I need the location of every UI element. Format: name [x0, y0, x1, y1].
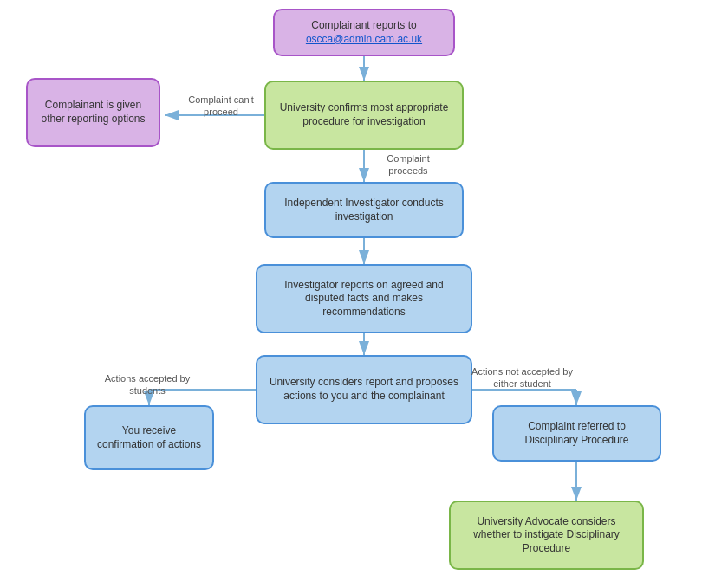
investigator-reports-text: Investigator reports on agreed and dispu…: [264, 279, 464, 320]
email-link[interactable]: oscca@admin.cam.ac.uk: [306, 33, 422, 45]
university-advocate-node: University Advocate considers whether to…: [449, 501, 644, 570]
complaint-proceeds-label: Complaint proceeds: [369, 152, 447, 178]
you-receive-node: You receive confirmation of actions: [84, 405, 214, 470]
you-receive-text: You receive confirmation of actions: [93, 424, 205, 451]
complaint-referred-node: Complaint referred to Disciplinary Proce…: [492, 405, 661, 462]
complainant-reports-node: Complainant reports to oscca@admin.cam.a…: [273, 9, 455, 56]
complainant-reports-text: Complainant reports to: [306, 19, 422, 33]
complaint-referred-text: Complaint referred to Disciplinary Proce…: [501, 420, 653, 447]
actions-accepted-label: Actions accepted by students: [95, 372, 199, 397]
flowchart-diagram: Complainant reports to oscca@admin.cam.a…: [0, 0, 728, 575]
university-confirms-node: University confirms most appropriate pro…: [264, 81, 464, 150]
cant-proceed-label: Complaint can't proceed: [173, 94, 269, 119]
university-confirms-text: University confirms most appropriate pro…: [273, 101, 455, 128]
university-considers-text: University considers report and proposes…: [264, 376, 464, 403]
independent-investigator-node: Independent Investigator conducts invest…: [264, 182, 464, 238]
complainant-other-node: Complainant is given other reporting opt…: [26, 78, 160, 147]
complainant-other-text: Complainant is given other reporting opt…: [35, 99, 152, 126]
university-advocate-text: University Advocate considers whether to…: [458, 515, 635, 556]
actions-not-accepted-label: Actions not accepted by either student: [459, 365, 585, 391]
independent-investigator-text: Independent Investigator conducts invest…: [273, 197, 455, 223]
university-considers-node: University considers report and proposes…: [256, 355, 472, 424]
investigator-reports-node: Investigator reports on agreed and dispu…: [256, 264, 472, 333]
